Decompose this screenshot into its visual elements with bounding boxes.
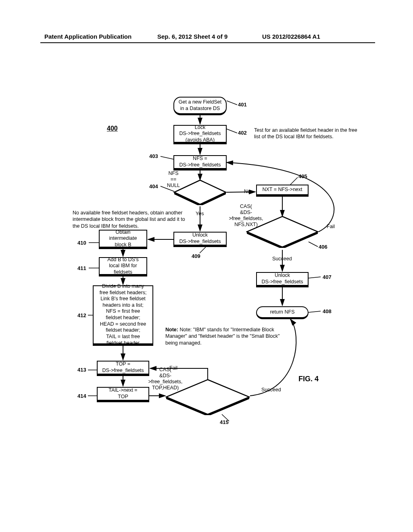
ref-409: 409 [192, 253, 200, 259]
node-405: NXT = NFS->next [256, 185, 309, 197]
note-bold: Note: [165, 327, 178, 332]
node-413: TOP = DS->free_fieldsets [97, 361, 149, 376]
ref-408: 408 [323, 308, 332, 314]
node-410: Obtain intermediate block B [99, 230, 147, 249]
svg-line-11 [161, 156, 173, 159]
node-411: Add B to DS's local IBM for fieldsets [99, 257, 147, 276]
ref-407: 407 [323, 274, 332, 280]
node-404-label: NFS == NULL [167, 170, 180, 189]
annotation-top-right: Test for an available fieldset header in… [254, 127, 359, 140]
edge-succeed-415: Succeed [261, 387, 281, 393]
edge-succeed-406: Succeed [272, 256, 292, 262]
header-center: Sep. 6, 2012 Sheet 4 of 9 [157, 33, 227, 40]
svg-line-9 [227, 101, 237, 105]
header-rule [40, 42, 375, 43]
ref-412: 412 [77, 312, 86, 318]
node-403: NFS = DS->free_fieldsets [173, 155, 227, 170]
annotation-mid-left: No available free fieldset headers, obta… [73, 210, 190, 229]
ref-406: 406 [319, 244, 327, 250]
ref-404: 404 [149, 183, 158, 189]
svg-line-13 [290, 177, 298, 185]
svg-line-16 [309, 311, 321, 312]
node-401: Get a new FieldSet in a Datastore DS [173, 97, 227, 115]
svg-marker-0 [174, 180, 226, 204]
svg-line-17 [200, 247, 206, 253]
ref-411: 411 [77, 265, 86, 271]
connectors [40, 93, 379, 480]
edge-no: No [244, 189, 250, 194]
ref-402: 402 [238, 130, 247, 136]
node-414: TAIL->next = TOP [97, 387, 149, 402]
figure-reference-400: 400 [107, 125, 118, 132]
edge-fail-406: Fail [327, 224, 335, 229]
ref-410: 410 [77, 240, 86, 246]
note-text: Note: "IBM" stands for "Intermediate Blo… [165, 327, 280, 346]
edge-fail-415: Fail [169, 365, 177, 371]
ref-413: 413 [77, 367, 86, 373]
ref-415: 415 [220, 419, 229, 425]
ref-405: 405 [298, 173, 307, 179]
node-412: Divide B into many free fieldset headers… [93, 285, 153, 346]
node-402: Lock DS->free_fieldsets (avoids ABA) [173, 125, 227, 144]
edge-yes: Yes [196, 211, 204, 216]
node-409: Unlock DS->free_fieldsets [173, 232, 227, 247]
ref-403: 403 [149, 153, 158, 159]
ref-414: 414 [77, 393, 86, 399]
svg-line-10 [227, 129, 237, 133]
svg-line-27 [227, 192, 255, 192]
figure-label: FIG. 4 [298, 375, 319, 383]
ref-401: 401 [238, 102, 247, 108]
node-407: Unlock DS->free_fieldsets [256, 272, 309, 287]
node-408: return NFS [256, 306, 309, 319]
svg-line-15 [309, 277, 321, 278]
annotation-note: Note: Note: "IBM" stands for "Intermedia… [165, 326, 286, 346]
header-left: Patent Application Publication [44, 33, 131, 40]
flowchart: 400 Get a new FieldSet in a Datastore DS… [40, 93, 379, 480]
header-right: US 2012/0226864 A1 [262, 33, 320, 40]
node-406-label: CAS( &DS->free_fieldsets, NFS,NXT) [229, 204, 263, 228]
